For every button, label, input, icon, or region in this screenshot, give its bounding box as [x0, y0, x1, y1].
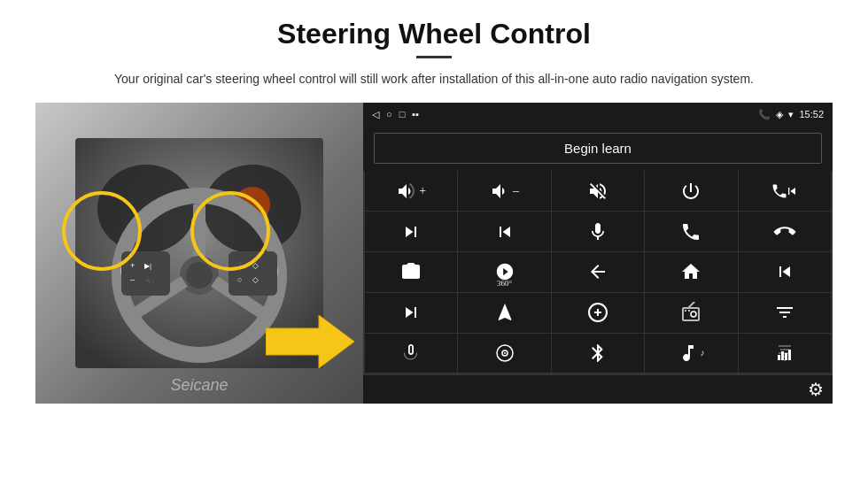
svg-text:–: –	[130, 275, 135, 284]
begin-learn-button[interactable]: Begin learn	[374, 133, 822, 164]
svg-text:+: +	[130, 261, 135, 270]
status-right: 📞 ◈ ▾ 15:52	[758, 109, 824, 120]
location-status-icon: ◈	[776, 109, 783, 120]
svg-text:◇: ◇	[252, 275, 259, 284]
grid-cell-bluetooth[interactable]	[552, 334, 644, 373]
svg-rect-30	[785, 353, 787, 360]
grid-cell-power[interactable]	[645, 171, 737, 211]
settings-row: ⚙	[363, 374, 833, 404]
grid-cell-skip-back[interactable]	[739, 252, 831, 292]
begin-learn-row: Begin learn	[363, 126, 833, 171]
car-background: + ▶| – 📞 📞 ◇ ○ ◇	[35, 103, 363, 404]
svg-rect-31	[788, 350, 791, 360]
status-left: ◁ ○ □ ▪▪	[372, 109, 419, 120]
nav-home-icon[interactable]: ○	[386, 109, 392, 119]
car-image: + ▶| – 📞 📞 ◇ ○ ◇	[35, 103, 363, 404]
title-divider	[416, 56, 452, 58]
control-grid: + –	[363, 171, 833, 374]
svg-text:📞: 📞	[144, 274, 155, 285]
page-title: Steering Wheel Control	[35, 18, 833, 50]
yellow-arrow-svg	[266, 315, 354, 368]
svg-text:○: ○	[237, 275, 242, 284]
grid-cell-phone[interactable]	[645, 212, 737, 251]
grid-cell-eq2[interactable]	[739, 293, 831, 333]
grid-cell-skip-fwd[interactable]	[365, 293, 457, 333]
svg-point-24	[691, 312, 696, 317]
watermark: Seicane	[170, 376, 228, 395]
wifi-status-icon: ▾	[788, 109, 794, 120]
settings-icon[interactable]: ⚙	[808, 379, 824, 400]
content-row: + ▶| – 📞 📞 ◇ ○ ◇	[35, 103, 833, 404]
svg-point-6	[186, 262, 213, 289]
grid-cell-nav[interactable]	[458, 293, 550, 333]
grid-cell-vol-up[interactable]: +	[365, 171, 457, 211]
yellow-circle-right	[190, 191, 270, 271]
svg-marker-20	[266, 315, 354, 368]
grid-cell-camera[interactable]: 360°	[365, 252, 457, 292]
yellow-circle-left	[62, 191, 142, 271]
grid-cell-back[interactable]	[552, 252, 644, 292]
grid-cell-next-track[interactable]	[365, 212, 457, 251]
grid-cell-radio[interactable]	[645, 293, 737, 333]
grid-cell-music[interactable]: ♪	[645, 334, 737, 373]
grid-cell-prev-next[interactable]	[458, 212, 550, 251]
android-panel: ◁ ○ □ ▪▪ 📞 ◈ ▾ 15:52 Begin learn	[363, 103, 833, 404]
nav-back-icon[interactable]: ◁	[372, 109, 379, 120]
phone-status-icon: 📞	[758, 109, 771, 120]
page-subtitle: Your original car's steering wheel contr…	[35, 69, 833, 89]
grid-cell-vol-down[interactable]: –	[458, 171, 550, 211]
grid-cell-eq[interactable]	[552, 293, 644, 333]
grid-cell-cd[interactable]	[458, 334, 550, 373]
status-time: 15:52	[799, 109, 824, 119]
nav-recent-icon[interactable]: □	[399, 109, 406, 119]
page-wrapper: Steering Wheel Control Your original car…	[0, 0, 868, 412]
grid-cell-equalizer[interactable]	[739, 334, 831, 373]
svg-point-27	[504, 352, 506, 354]
svg-text:▶|: ▶|	[144, 262, 151, 270]
status-bar: ◁ ○ □ ▪▪ 📞 ◈ ▾ 15:52	[363, 103, 833, 126]
grid-cell-360[interactable]: 360°	[458, 252, 550, 292]
grid-cell-voice[interactable]	[365, 334, 457, 373]
grid-cell-mute[interactable]	[552, 171, 644, 211]
grid-cell-hang-up[interactable]	[739, 212, 831, 251]
grid-cell-home[interactable]	[645, 252, 737, 292]
svg-rect-28	[778, 355, 780, 360]
grid-cell-phone-prev[interactable]	[739, 171, 831, 211]
svg-rect-29	[781, 351, 784, 360]
grid-cell-mic[interactable]	[552, 212, 644, 251]
signal-icon: ▪▪	[412, 109, 419, 119]
